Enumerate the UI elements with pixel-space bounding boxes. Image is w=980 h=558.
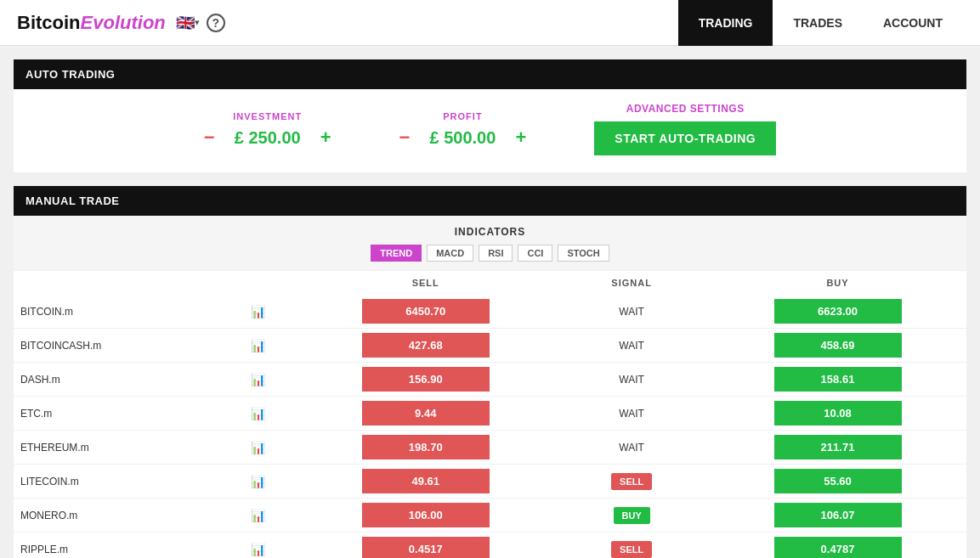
nav-trading[interactable]: TRADING <box>678 0 773 46</box>
profit-plus-button[interactable]: + <box>515 128 526 147</box>
asset-name: ETHEREUM.m <box>20 442 89 454</box>
table-row: MONERO.m📊106.00BUY106.07 <box>14 499 966 533</box>
main-content: AUTO TRADING INVESTMENT − £ 250.00 + PRO… <box>0 46 980 558</box>
chart-icon[interactable]: 📊 <box>251 373 265 386</box>
start-auto-trading-button[interactable]: START AUTO-TRADING <box>594 121 776 155</box>
profit-label: PROFIT <box>443 111 482 121</box>
chart-icon[interactable]: 📊 <box>251 305 265 318</box>
chart-icon[interactable]: 📊 <box>251 475 265 488</box>
table-row: BITCOIN.m📊6450.70WAIT6623.00 <box>14 295 966 329</box>
col-header-buy: BUY <box>709 271 966 295</box>
sell-button[interactable]: 427.68 <box>362 333 490 358</box>
table-row: ETC.m📊9.44WAIT10.08 <box>14 397 966 431</box>
flag-dropdown[interactable]: ▾ <box>195 17 200 28</box>
sell-button[interactable]: 0.4517 <box>362 537 490 558</box>
asset-name: RIPPLE.m <box>20 544 68 555</box>
flag-icon[interactable]: 🇬🇧 <box>176 14 195 32</box>
chart-icon[interactable]: 📊 <box>251 441 265 454</box>
investment-minus-button[interactable]: − <box>204 128 215 147</box>
col-header-sell: SELL <box>297 271 554 295</box>
signal-buy: BUY <box>614 507 650 524</box>
table-row: LITECOIN.m📊49.61SELL55.60 <box>14 465 966 499</box>
manual-trade-header: MANUAL TRADE <box>14 186 966 216</box>
help-icon[interactable]: ? <box>207 14 225 32</box>
signal-wait: WAIT <box>619 340 644 352</box>
auto-trading-header: AUTO TRADING <box>14 59 966 89</box>
chart-icon[interactable]: 📊 <box>251 407 265 420</box>
buy-button[interactable]: 10.08 <box>774 401 902 426</box>
signal-wait: WAIT <box>619 442 644 454</box>
advanced-settings-link[interactable]: ADVANCED SETTINGS <box>626 103 745 115</box>
auto-trading-section: AUTO TRADING INVESTMENT − £ 250.00 + PRO… <box>14 59 966 172</box>
table-header-row: SELL SIGNAL BUY <box>14 271 966 295</box>
profit-group: PROFIT − £ 500.00 + <box>399 111 527 148</box>
indicator-cci[interactable]: CCI <box>518 245 552 262</box>
chart-icon[interactable]: 📊 <box>251 543 265 556</box>
investment-value: £ 250.00 <box>225 128 310 148</box>
logo-bitcoin: Bitcoin <box>17 12 81 34</box>
sell-button[interactable]: 6450.70 <box>362 299 490 324</box>
asset-name: BITCOINCASH.m <box>20 340 101 352</box>
indicator-macd[interactable]: MACD <box>427 245 473 262</box>
nav-trades[interactable]: TRADES <box>773 0 863 46</box>
chart-icon[interactable]: 📊 <box>251 509 265 522</box>
signal-wait: WAIT <box>619 374 644 386</box>
buy-button[interactable]: 458.69 <box>774 333 902 358</box>
signal-wait: WAIT <box>619 408 644 420</box>
trade-table: SELL SIGNAL BUY BITCOIN.m📊6450.70WAIT662… <box>14 271 966 558</box>
auto-trading-panel: INVESTMENT − £ 250.00 + PROFIT − £ 500.0… <box>14 89 966 172</box>
indicators-bar: INDICATORS TREND MACD RSI CCI STOCH <box>14 216 966 271</box>
logo-evolution: Evolution <box>81 12 166 34</box>
nav-account[interactable]: ACCOUNT <box>863 0 963 46</box>
table-row: RIPPLE.m📊0.4517SELL0.4787 <box>14 533 966 559</box>
asset-name: BITCOIN.m <box>20 306 73 318</box>
profit-minus-button[interactable]: − <box>399 128 411 147</box>
sell-button[interactable]: 198.70 <box>362 435 490 459</box>
buy-button[interactable]: 6623.00 <box>774 299 902 324</box>
indicator-stoch[interactable]: STOCH <box>558 245 609 262</box>
col-header-chart <box>219 271 297 295</box>
table-row: ETHEREUM.m📊198.70WAIT211.71 <box>14 431 966 465</box>
buy-button[interactable]: 0.4787 <box>774 537 902 558</box>
indicator-buttons: TREND MACD RSI CCI STOCH <box>14 245 966 262</box>
indicator-trend[interactable]: TREND <box>371 245 422 262</box>
logo: Bitcoin Evolution <box>17 12 166 34</box>
header: Bitcoin Evolution 🇬🇧 ▾ ? TRADING TRADES … <box>0 0 980 46</box>
buy-button[interactable]: 211.71 <box>774 435 902 459</box>
col-header-signal: SIGNAL <box>554 271 709 295</box>
main-nav: TRADING TRADES ACCOUNT <box>678 0 963 46</box>
manual-trade-panel: INDICATORS TREND MACD RSI CCI STOCH SELL <box>14 216 966 558</box>
col-header-asset <box>14 271 219 295</box>
asset-name: MONERO.m <box>20 510 77 521</box>
sell-button[interactable]: 156.90 <box>362 367 490 392</box>
profit-value: £ 500.00 <box>420 128 505 148</box>
indicator-rsi[interactable]: RSI <box>479 245 513 262</box>
manual-trade-section: MANUAL TRADE INDICATORS TREND MACD RSI C… <box>14 186 966 558</box>
table-row: DASH.m📊156.90WAIT158.61 <box>14 363 966 397</box>
sell-button[interactable]: 106.00 <box>362 503 490 527</box>
investment-plus-button[interactable]: + <box>320 128 331 147</box>
buy-button[interactable]: 158.61 <box>774 367 902 392</box>
sell-button[interactable]: 9.44 <box>362 401 490 426</box>
investment-group: INVESTMENT − £ 250.00 + <box>204 111 331 148</box>
asset-name: ETC.m <box>20 408 52 420</box>
auto-trading-inner: INVESTMENT − £ 250.00 + PROFIT − £ 500.0… <box>14 103 966 155</box>
sell-button[interactable]: 49.61 <box>362 469 490 493</box>
signal-sell: SELL <box>611 473 652 490</box>
table-row: BITCOINCASH.m📊427.68WAIT458.69 <box>14 329 966 363</box>
asset-name: LITECOIN.m <box>20 476 79 488</box>
buy-button[interactable]: 106.07 <box>774 503 902 527</box>
indicators-label: INDICATORS <box>14 226 966 238</box>
buy-button[interactable]: 55.60 <box>774 469 902 493</box>
start-group: ADVANCED SETTINGS START AUTO-TRADING <box>594 103 776 155</box>
investment-controls: − £ 250.00 + <box>204 128 331 148</box>
signal-sell: SELL <box>611 541 652 558</box>
asset-name: DASH.m <box>20 374 60 386</box>
signal-wait: WAIT <box>619 306 644 318</box>
profit-controls: − £ 500.00 + <box>399 128 527 148</box>
investment-label: INVESTMENT <box>233 111 302 121</box>
chart-icon[interactable]: 📊 <box>251 339 265 352</box>
